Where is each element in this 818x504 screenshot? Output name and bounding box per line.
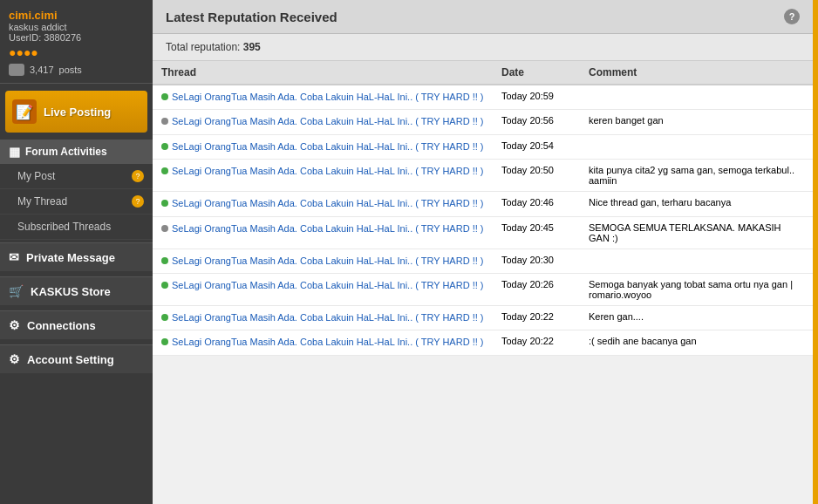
- reputation-dot: [161, 314, 168, 321]
- reputation-dot: [161, 282, 168, 289]
- sidebar-item-kaskus-store[interactable]: 🛒 KASKUS Store: [0, 276, 153, 305]
- thread-link[interactable]: SeLagi OrangTua Masih Ada. Coba Lakuin H…: [172, 222, 483, 235]
- sidebar-item-connections[interactable]: ⚙ Connections: [0, 310, 153, 339]
- sidebar-profile: cimi.cimi kaskus addict UserID: 3880276 …: [0, 0, 153, 84]
- sidebar-item-account-setting[interactable]: ⚙ Account Setting: [0, 344, 153, 373]
- thread-link[interactable]: SeLagi OrangTua Masih Ada. Coba Lakuin H…: [172, 255, 483, 268]
- col-header-comment: Comment: [580, 61, 813, 85]
- total-value: 395: [243, 41, 261, 53]
- comment-cell: Keren gan....: [580, 305, 813, 330]
- table-row: SeLagi OrangTua Masih Ada. Coba Lakuin H…: [153, 192, 813, 216]
- forum-activities-label: Forum Activities: [25, 146, 107, 158]
- comment-cell: Semoga banyak yang tobat sama ortu nya g…: [580, 273, 813, 305]
- table-row: SeLagi OrangTua Masih Ada. Coba Lakuin H…: [153, 273, 813, 305]
- my-post-badge: ?: [132, 170, 144, 182]
- private-message-label: Private Message: [26, 251, 115, 264]
- comment-cell: keren banget gan: [580, 110, 813, 134]
- comment-cell: [580, 85, 813, 110]
- main-header: Latest Reputation Received ?: [153, 0, 813, 34]
- thread-cell: SeLagi OrangTua Masih Ada. Coba Lakuin H…: [153, 216, 493, 249]
- reputation-table: Thread Date Comment SeLagi OrangTua Masi…: [153, 61, 813, 356]
- comment-cell: :( sedih ane bacanya gan: [580, 330, 813, 355]
- comment-cell: [580, 134, 813, 159]
- date-cell: Today 20:30: [493, 249, 580, 273]
- user-role: kaskus addict: [9, 22, 144, 32]
- col-header-thread: Thread: [153, 61, 493, 85]
- live-posting-button[interactable]: 📝 Live Posting: [5, 91, 147, 133]
- total-reputation: Total reputation: 395: [153, 34, 813, 61]
- my-thread-label: My Thread: [17, 195, 67, 208]
- subscribed-threads-label: Subscribed Threads: [17, 221, 111, 233]
- thread-link[interactable]: SeLagi OrangTua Masih Ada. Coba Lakuin H…: [172, 197, 483, 210]
- thread-cell: SeLagi OrangTua Masih Ada. Coba Lakuin H…: [153, 160, 493, 192]
- date-cell: Today 20:56: [493, 110, 580, 134]
- kaskus-store-label: KASKUS Store: [31, 285, 111, 298]
- connections-icon: ⚙: [9, 318, 20, 332]
- main-content: Latest Reputation Received ? Total reput…: [153, 0, 813, 504]
- connections-label: Connections: [27, 319, 96, 332]
- date-cell: Today 20:46: [493, 192, 580, 216]
- private-message-icon: ✉: [9, 250, 19, 264]
- thread-cell: SeLagi OrangTua Masih Ada. Coba Lakuin H…: [153, 305, 493, 330]
- sidebar-item-my-post[interactable]: My Post ?: [0, 164, 153, 189]
- thread-cell: SeLagi OrangTua Masih Ada. Coba Lakuin H…: [153, 249, 493, 273]
- my-thread-badge: ?: [132, 195, 144, 208]
- table-row: SeLagi OrangTua Masih Ada. Coba Lakuin H…: [153, 160, 813, 192]
- reputation-dot: [161, 338, 168, 345]
- date-cell: Today 20:26: [493, 273, 580, 305]
- date-cell: Today 20:59: [493, 85, 580, 110]
- date-cell: Today 20:22: [493, 305, 580, 330]
- thread-link[interactable]: SeLagi OrangTua Masih Ada. Coba Lakuin H…: [172, 140, 483, 153]
- username: cimi.cimi: [9, 9, 144, 22]
- post-count: 3,417: [30, 65, 54, 75]
- comment-cell: Nice thread gan, terharu bacanya: [580, 192, 813, 216]
- user-id: UserID: 3880276: [9, 32, 144, 43]
- sidebar-item-private-message[interactable]: ✉ Private Message: [0, 242, 153, 271]
- thread-cell: SeLagi OrangTua Masih Ada. Coba Lakuin H…: [153, 110, 493, 134]
- thread-cell: SeLagi OrangTua Masih Ada. Coba Lakuin H…: [153, 192, 493, 216]
- my-post-label: My Post: [17, 170, 55, 182]
- thread-link[interactable]: SeLagi OrangTua Masih Ada. Coba Lakuin H…: [172, 165, 483, 178]
- thread-link[interactable]: SeLagi OrangTua Masih Ada. Coba Lakuin H…: [172, 115, 483, 128]
- kaskus-store-icon: 🛒: [9, 284, 24, 298]
- post-label: posts: [59, 65, 82, 75]
- comment-cell: kita punya cita2 yg sama gan, semoga ter…: [580, 160, 813, 192]
- reputation-dot: [161, 257, 168, 264]
- reputation-dot: [161, 200, 168, 207]
- live-posting-icon: 📝: [12, 99, 37, 124]
- thread-cell: SeLagi OrangTua Masih Ada. Coba Lakuin H…: [153, 85, 493, 110]
- reputation-dot: [161, 143, 168, 150]
- table-row: SeLagi OrangTua Masih Ada. Coba Lakuin H…: [153, 305, 813, 330]
- reputation-dot: [161, 225, 168, 232]
- help-button[interactable]: ?: [784, 9, 800, 24]
- date-cell: Today 20:54: [493, 134, 580, 159]
- thread-link[interactable]: SeLagi OrangTua Masih Ada. Coba Lakuin H…: [172, 336, 483, 349]
- sidebar-item-subscribed-threads[interactable]: Subscribed Threads: [0, 215, 153, 240]
- date-cell: Today 20:45: [493, 216, 580, 249]
- thread-link[interactable]: SeLagi OrangTua Masih Ada. Coba Lakuin H…: [172, 91, 483, 104]
- table-row: SeLagi OrangTua Masih Ada. Coba Lakuin H…: [153, 85, 813, 110]
- reputation-dot: [161, 118, 168, 125]
- forum-activities-icon: ▦: [9, 145, 20, 159]
- col-header-date: Date: [493, 61, 580, 85]
- date-cell: Today 20:22: [493, 330, 580, 355]
- thread-cell: SeLagi OrangTua Masih Ada. Coba Lakuin H…: [153, 273, 493, 305]
- date-cell: Today 20:50: [493, 160, 580, 192]
- table-row: SeLagi OrangTua Masih Ada. Coba Lakuin H…: [153, 249, 813, 273]
- right-accent-bar: [813, 0, 818, 504]
- table-row: SeLagi OrangTua Masih Ada. Coba Lakuin H…: [153, 330, 813, 355]
- table-row: SeLagi OrangTua Masih Ada. Coba Lakuin H…: [153, 110, 813, 134]
- account-setting-label: Account Setting: [27, 353, 114, 366]
- page-title: Latest Reputation Received: [166, 10, 337, 24]
- total-label: Total reputation:: [166, 41, 240, 53]
- reputation-dot: [161, 93, 168, 100]
- account-setting-icon: ⚙: [9, 352, 20, 366]
- thread-link[interactable]: SeLagi OrangTua Masih Ada. Coba Lakuin H…: [172, 311, 483, 324]
- sidebar-item-my-thread[interactable]: My Thread ?: [0, 189, 153, 215]
- thread-link[interactable]: SeLagi OrangTua Masih Ada. Coba Lakuin H…: [172, 279, 483, 292]
- post-count-area: 3,417 posts: [9, 64, 144, 76]
- user-stars: ●●●●: [9, 45, 144, 59]
- forum-activities-header: ▦ Forum Activities: [0, 140, 153, 164]
- reputation-dot: [161, 167, 168, 174]
- thread-cell: SeLagi OrangTua Masih Ada. Coba Lakuin H…: [153, 134, 493, 159]
